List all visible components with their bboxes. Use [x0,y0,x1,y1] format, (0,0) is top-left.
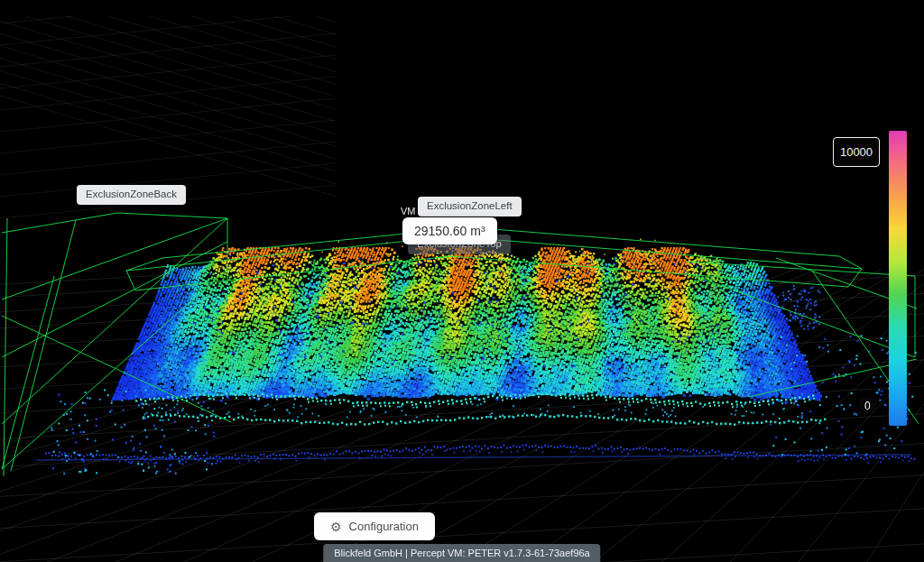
configuration-label: Configuration [349,520,419,533]
configuration-button[interactable]: ⚙ Configuration [314,512,435,540]
label-exclusion-zone-back: ExclusionZoneBack [77,185,186,205]
colorbar [889,131,907,426]
legend-min-label: 0 [859,398,876,414]
measurement-tag: VM [401,206,416,217]
viewer-stage: ExclusionZoneBack ExclusionZoneLeft Excl… [0,0,924,562]
label-exclusion-zone-left: ExclusionZoneLeft [418,197,522,217]
gear-icon: ⚙ [330,521,342,533]
legend-max-label: 10000 [833,137,880,167]
status-bar: Blickfeld GmbH | Percept VM: PETER v1.7.… [323,544,600,562]
volume-measurement-value: 29150.60 m³ [402,217,497,244]
pointcloud-viewport[interactable] [0,0,924,562]
